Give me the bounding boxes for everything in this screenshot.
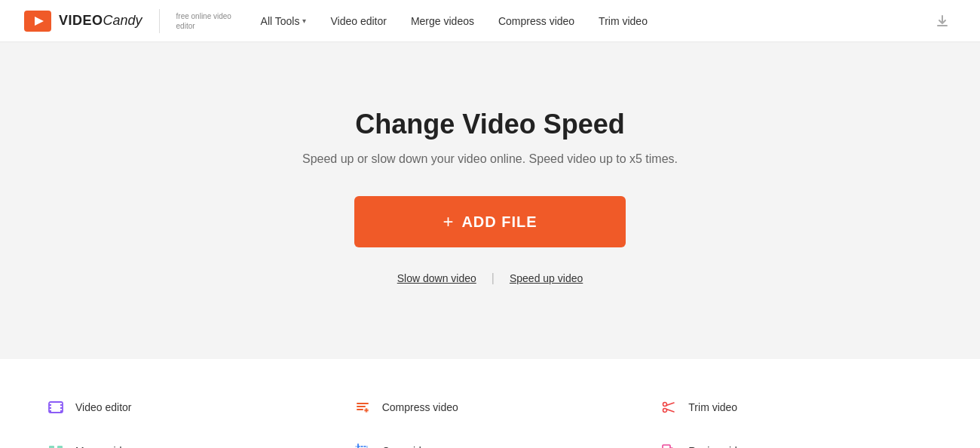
tool-item[interactable]: Trim video [658,389,935,425]
logo-tagline: free online video editor [176,11,237,31]
slow-down-link[interactable]: Slow down video [397,272,476,284]
svg-rect-16 [663,445,670,448]
main-nav: All Tools ▾ Video editor Merge videos Co… [261,15,648,27]
tool-label: Resize video [688,445,749,448]
header-right [929,8,956,35]
svg-rect-5 [49,410,51,412]
speed-up-link[interactable]: Speed up video [510,272,583,284]
tool-label: Video editor [75,401,131,413]
resize-icon [658,440,679,448]
logo-icon [24,11,51,32]
nav-merge-videos[interactable]: Merge videos [411,15,474,27]
dropdown-arrow-icon: ▾ [302,17,306,25]
tool-item[interactable]: Crop video [352,433,629,448]
plus-icon: + [443,211,454,232]
link-divider: | [492,272,495,285]
add-file-button[interactable]: + ADD FILE [354,196,626,247]
tool-label: Trim video [688,401,737,413]
svg-rect-4 [49,407,51,409]
logo-divider [159,9,160,33]
svg-rect-7 [60,407,63,409]
nav-video-editor[interactable]: Video editor [330,15,386,27]
logo-text: VIDEO Candy [59,13,142,29]
header: VIDEO Candy free online video editor All… [0,0,980,42]
tool-label: Merge videos [75,445,139,448]
film-icon [45,397,66,418]
svg-rect-8 [60,410,63,412]
svg-rect-3 [49,404,51,406]
hero-section: Change Video Speed Speed up or slow down… [0,42,980,359]
tool-item[interactable]: Compress video [352,389,629,425]
merge-icon [45,440,66,448]
logo: VIDEO Candy free online video editor [24,9,237,33]
logo-candy-text: Candy [103,13,142,29]
download-icon[interactable] [929,8,956,35]
tools-grid: Video editorCompress videoTrim videoMerg… [45,389,935,448]
tools-section: Video editorCompress videoTrim videoMerg… [0,359,980,448]
svg-rect-6 [60,404,63,406]
compress-icon [352,397,373,418]
hero-subtitle: Speed up or slow down your video online.… [302,152,678,166]
tool-label: Compress video [382,401,458,413]
tool-item[interactable]: Merge videos [45,433,322,448]
nav-all-tools[interactable]: All Tools ▾ [261,15,307,27]
hero-title: Change Video Speed [355,109,624,140]
tool-label: Crop video [382,445,433,448]
hero-links: Slow down video | Speed up video [397,272,583,285]
tool-item[interactable]: Video editor [45,389,322,425]
nav-trim-video[interactable]: Trim video [599,15,648,27]
crop-icon [352,440,373,448]
logo-video-text: VIDEO [59,13,103,29]
nav-compress-video[interactable]: Compress video [498,15,574,27]
tool-item[interactable]: Resize video [658,433,935,448]
add-file-label: ADD FILE [461,213,537,231]
scissors-icon [658,397,679,418]
